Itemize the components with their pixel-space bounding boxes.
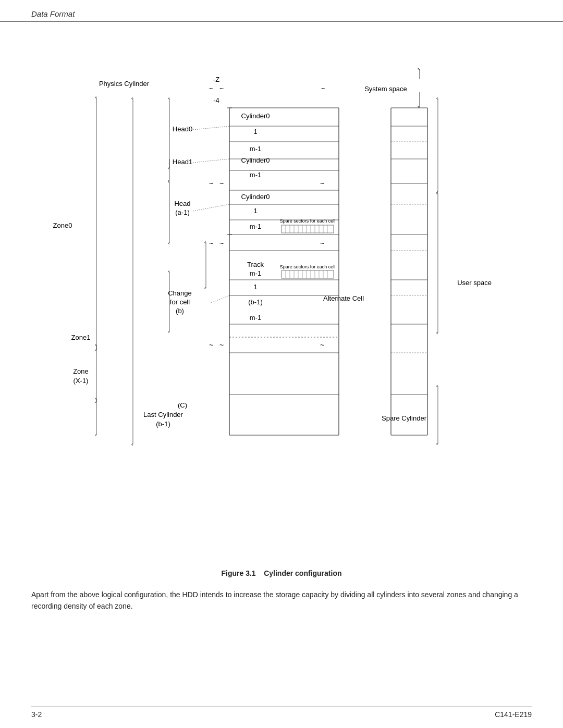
figure-title: Cylinder configuration	[264, 569, 341, 577]
page-header: Data Format	[0, 0, 563, 22]
change-label3: (b)	[176, 307, 184, 315]
m1-label4: m-1	[250, 269, 261, 277]
tilde10: ~	[209, 341, 213, 349]
head1-label: Head1	[173, 158, 192, 166]
tilde2: ~	[219, 84, 224, 93]
last-cylinder-sub-label: (b-1)	[156, 420, 170, 428]
m1-label1: m-1	[250, 145, 261, 153]
one-label1: 1	[253, 128, 257, 135]
user-space-label: User space	[457, 279, 492, 287]
m1-label2: m-1	[250, 171, 261, 179]
diagram-container: Physics Cylinder -Z ~ ~ ~ -4 System spac…	[31, 27, 532, 564]
head-a1-sub-label: (a-1)	[175, 208, 189, 216]
footer-right: C141-E219	[495, 710, 532, 719]
tilde12: ~	[320, 341, 324, 349]
C-label: (C)	[178, 401, 187, 409]
tilde5: ~	[219, 179, 224, 188]
system-space-label: System space	[364, 85, 407, 93]
spare-cylinder-label: Spare Cylinder	[382, 414, 427, 422]
head0-label: Head0	[173, 125, 192, 133]
zone1-label: Zone1	[71, 334, 91, 341]
track-label: Track	[247, 261, 264, 268]
svg-rect-16	[282, 225, 334, 233]
cylinder0-label1: Cylinder0	[241, 112, 270, 120]
zone-x1-label: Zone	[73, 367, 89, 375]
change-label2: for cell	[170, 298, 190, 306]
change-label1: Change	[168, 289, 192, 297]
one-label2: 1	[253, 207, 257, 215]
figure-number: Figure 3.1	[221, 569, 255, 577]
tilde7: ~	[209, 239, 213, 248]
one-label3: 1	[253, 283, 257, 291]
cylinder0-label3: Cylinder0	[241, 193, 270, 201]
footer-left: 3-2	[31, 710, 42, 719]
head-a1-label: Head	[174, 200, 190, 207]
page-footer: 3-2 C141-E219	[31, 707, 532, 719]
figure-caption: Figure 3.1 Cylinder configuration	[0, 569, 563, 577]
m1-label5: m-1	[250, 314, 261, 322]
page-title: Data Format	[31, 9, 75, 18]
b1-label: (b-1)	[248, 298, 262, 306]
tilde11: ~	[219, 341, 224, 349]
tilde4: ~	[209, 179, 213, 188]
physics-cylinder-label: Physics Cylinder	[99, 80, 150, 88]
body-text: Apart from the above logical configurati…	[0, 577, 563, 612]
tilde3: ~	[321, 84, 325, 93]
m1-label3: m-1	[250, 223, 261, 230]
tilde6: ~	[320, 179, 324, 188]
minus-z-label: -Z	[213, 76, 219, 83]
tilde8: ~	[219, 239, 224, 248]
svg-line-96	[211, 295, 229, 303]
svg-rect-30	[282, 270, 334, 278]
zone-x1-sub-label: (X-1)	[74, 377, 89, 385]
zone0-label: Zone0	[53, 221, 72, 229]
minus4-label: -4	[213, 96, 219, 104]
cylinder-config-diagram: Physics Cylinder -Z ~ ~ ~ -4 System spac…	[31, 27, 532, 564]
tilde9: ~	[320, 239, 324, 248]
tilde1: ~	[209, 84, 213, 93]
svg-line-93	[193, 126, 229, 130]
svg-line-94	[193, 159, 229, 163]
cylinder0-label2: Cylinder0	[241, 156, 270, 164]
svg-line-95	[193, 204, 229, 211]
spare-sectors-label2: Spare sectors for each cell	[280, 264, 336, 269]
spare-sectors-label1: Spare sectors for each cell	[280, 218, 336, 224]
last-cylinder-label: Last Cylinder	[143, 411, 183, 418]
body-paragraph: Apart from the above logical configurati…	[31, 589, 532, 612]
